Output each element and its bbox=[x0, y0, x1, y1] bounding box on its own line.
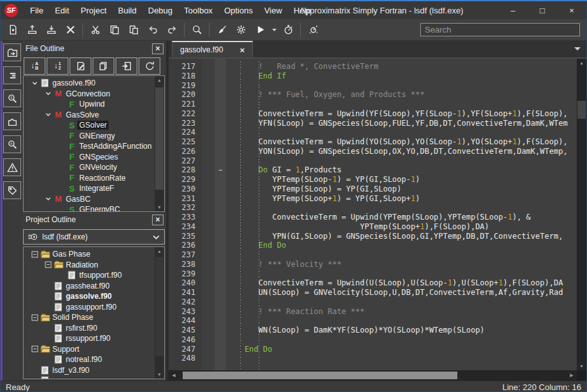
line-number[interactable]: 239 bbox=[169, 269, 202, 279]
scrollbar-thumb[interactable] bbox=[577, 101, 586, 119]
undo-button[interactable] bbox=[143, 21, 162, 39]
file-outline-item[interactable]: SIntegrateF bbox=[24, 183, 164, 194]
file-outline-item[interactable]: FGNVelocity bbox=[24, 162, 164, 173]
scroll-down-icon[interactable]: ▼ bbox=[155, 203, 164, 211]
profile-button[interactable] bbox=[278, 21, 298, 39]
file-outline-scrollbar[interactable]: ▲ ▼ bbox=[155, 76, 164, 211]
run-dropdown-button[interactable] bbox=[270, 21, 278, 39]
copy-all-button[interactable] bbox=[93, 57, 114, 75]
file-outline-item[interactable]: FReactionRate bbox=[24, 173, 164, 184]
line-number[interactable]: 235 bbox=[169, 232, 202, 241]
menu-project[interactable]: Project bbox=[75, 6, 112, 15]
bookmarks-button[interactable] bbox=[3, 181, 21, 199]
search-input[interactable] bbox=[420, 23, 580, 36]
file-outline-item[interactable]: SGSolver bbox=[24, 120, 164, 131]
menu-debug[interactable]: Debug bbox=[142, 6, 178, 15]
tab-close-icon[interactable]: × bbox=[240, 45, 245, 55]
project-outline-scrollbar[interactable]: ▲ ▼ bbox=[155, 247, 164, 379]
sort-order-button[interactable]: ↓12 bbox=[47, 57, 68, 75]
line-number[interactable]: 236 bbox=[169, 241, 202, 250]
scroll-up-icon[interactable]: ▲ bbox=[155, 247, 164, 255]
tree-expander[interactable] bbox=[43, 90, 53, 97]
line-number[interactable]: 219 bbox=[169, 81, 202, 91]
maximize-button[interactable]: □ bbox=[528, 1, 557, 19]
file-outline-item[interactable]: FGNSpecies bbox=[24, 152, 164, 163]
scrollbar-thumb[interactable] bbox=[155, 257, 164, 356]
line-number[interactable]: 218 bbox=[169, 72, 202, 81]
copy-button[interactable] bbox=[105, 21, 124, 39]
line-number[interactable]: 222 bbox=[169, 109, 202, 119]
project-outline-close-icon[interactable]: × bbox=[152, 215, 164, 225]
project-outline-item[interactable]: rssupport.f90 bbox=[24, 333, 164, 344]
project-outline-item[interactable] bbox=[24, 375, 164, 379]
menu-view[interactable]: View bbox=[259, 6, 288, 15]
save-button[interactable] bbox=[42, 21, 61, 39]
close-button[interactable] bbox=[61, 21, 80, 39]
line-number[interactable]: 241 bbox=[169, 288, 202, 298]
line-number[interactable]: 221 bbox=[169, 100, 202, 109]
file-outline-item[interactable]: FUpwind bbox=[24, 99, 164, 110]
scrollbar-thumb[interactable] bbox=[155, 87, 164, 190]
close-button[interactable]: × bbox=[557, 1, 586, 19]
warnings-button[interactable] bbox=[3, 158, 21, 176]
line-number[interactable]: 234 bbox=[169, 222, 202, 232]
edit-button[interactable] bbox=[70, 57, 91, 75]
menu-build[interactable]: Build bbox=[112, 6, 142, 15]
line-number[interactable]: 223 bbox=[169, 119, 202, 128]
paste-button[interactable] bbox=[124, 21, 143, 39]
editor-horizontal-scrollbar[interactable]: ◀ ▶ bbox=[169, 370, 577, 381]
line-number[interactable]: 228 bbox=[169, 165, 202, 175]
project-outline-item[interactable]: tfsupport.f90 bbox=[24, 270, 164, 281]
menu-file[interactable]: File bbox=[24, 6, 49, 15]
code-area[interactable]: 217 ! Read *, ConvectiveTerm218 End If21… bbox=[169, 59, 577, 370]
project-outline-item[interactable]: gassheat.f90 bbox=[24, 281, 164, 292]
minimize-button[interactable]: – bbox=[498, 1, 528, 19]
project-outline-item[interactable]: Radiation bbox=[24, 260, 164, 271]
line-number[interactable]: 242 bbox=[169, 298, 202, 307]
file-outline-item[interactable]: FTestAddingAFunction bbox=[24, 141, 164, 152]
line-number[interactable]: 232 bbox=[169, 203, 202, 213]
tree-expander[interactable] bbox=[30, 80, 40, 87]
line-number[interactable]: 244 bbox=[169, 316, 202, 326]
tree-expander[interactable] bbox=[43, 111, 53, 118]
scroll-up-icon[interactable]: ▲ bbox=[155, 76, 164, 84]
new-source-button[interactable] bbox=[3, 21, 22, 39]
line-number[interactable]: 243 bbox=[169, 307, 202, 317]
scroll-up-icon[interactable]: ▲ bbox=[577, 59, 586, 67]
editor-vertical-scrollbar[interactable]: ▲ ▼ bbox=[577, 59, 586, 370]
sort-alpha-button[interactable]: ↓AB bbox=[24, 57, 45, 75]
file-outline-button[interactable] bbox=[3, 66, 21, 84]
scroll-right-icon[interactable]: ▶ bbox=[567, 373, 577, 378]
editor-body[interactable]: 217 ! Read *, ConvectiveTerm218 End If21… bbox=[169, 59, 586, 381]
file-outline-close-icon[interactable]: × bbox=[152, 43, 164, 54]
line-number[interactable]: 227 bbox=[169, 156, 202, 166]
project-outline-item[interactable]: lsdf_v3.f90 bbox=[24, 365, 164, 376]
project-outline-item[interactable]: Solid Phase bbox=[24, 312, 164, 323]
line-number[interactable]: 238 bbox=[169, 260, 202, 269]
find-symbols-button[interactable]: A bbox=[3, 135, 21, 153]
settings-button[interactable] bbox=[231, 21, 250, 39]
project-outline-item[interactable]: Gas Phase bbox=[24, 249, 164, 260]
project-outline-item[interactable]: notreal.f90 bbox=[24, 354, 164, 365]
line-number[interactable]: 217 bbox=[169, 62, 202, 72]
tree-expander[interactable] bbox=[43, 195, 53, 202]
scroll-down-icon[interactable]: ▼ bbox=[155, 370, 164, 379]
line-number[interactable]: 233 bbox=[169, 213, 202, 222]
file-outline-item[interactable]: MGConvection bbox=[24, 89, 164, 100]
file-outline-item[interactable]: SGEnergyBC bbox=[24, 204, 164, 212]
find-button[interactable] bbox=[187, 21, 206, 39]
file-outline-item[interactable]: FGNEnergy bbox=[24, 131, 164, 142]
tab-list-dropdown-icon[interactable] bbox=[574, 46, 581, 52]
tab-gassolve[interactable]: gassolve.f90 × bbox=[172, 41, 253, 57]
line-number[interactable]: 240 bbox=[169, 278, 202, 288]
open-button[interactable] bbox=[22, 21, 42, 39]
line-number[interactable]: 237 bbox=[169, 250, 202, 260]
scrollbar-thumb[interactable] bbox=[183, 372, 457, 379]
file-outline-item[interactable]: gassolve.f90 bbox=[24, 78, 164, 89]
scroll-down-icon[interactable]: ▼ bbox=[577, 362, 586, 370]
tree-expander[interactable] bbox=[30, 251, 40, 258]
project-outline-item[interactable]: rsfirst.f90 bbox=[24, 323, 164, 334]
line-number[interactable]: 229 bbox=[169, 175, 202, 185]
line-number[interactable]: 220 bbox=[169, 90, 202, 100]
menu-edit[interactable]: Edit bbox=[49, 6, 75, 15]
